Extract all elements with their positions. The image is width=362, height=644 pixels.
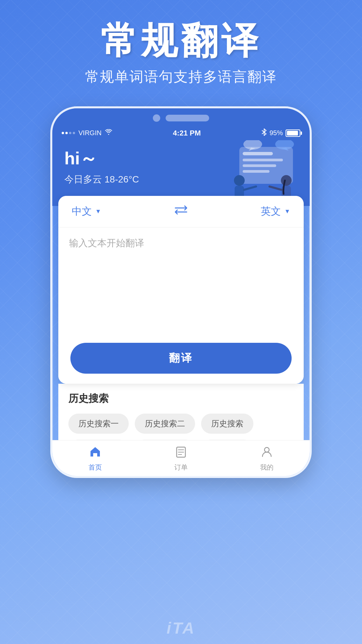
status-left: VIRGIN bbox=[62, 129, 112, 137]
illustration bbox=[219, 140, 306, 204]
wifi-icon bbox=[105, 129, 112, 137]
svg-rect-2 bbox=[243, 159, 283, 161]
svg-rect-4 bbox=[243, 170, 269, 173]
phone-camera bbox=[153, 114, 160, 122]
carrier-label: VIRGIN bbox=[78, 129, 102, 137]
translation-placeholder: 输入文本开始翻译 bbox=[69, 237, 293, 250]
nav-mine[interactable]: 我的 bbox=[224, 446, 310, 472]
signal-dot-4 bbox=[73, 132, 75, 134]
lang-selector: 中文 ▼ 英文 ▼ bbox=[58, 196, 304, 227]
translation-input-area[interactable]: 输入文本开始翻译 bbox=[58, 227, 304, 335]
signal-dots bbox=[62, 132, 75, 134]
history-tag-1[interactable]: 历史搜索二 bbox=[135, 414, 195, 434]
signal-dot-3 bbox=[69, 132, 71, 134]
history-tag-2[interactable]: 历史搜索 bbox=[201, 414, 253, 434]
bottom-nav: 首页 订单 bbox=[52, 440, 310, 476]
brand-label: iTA bbox=[167, 619, 195, 637]
svg-point-12 bbox=[281, 175, 292, 186]
source-lang-arrow: ▼ bbox=[95, 208, 101, 215]
phone-mockup: VIRGIN 4:21 PM 95% bbox=[50, 106, 312, 478]
brand-text: iTA bbox=[167, 619, 195, 637]
status-bar: VIRGIN 4:21 PM 95% bbox=[52, 126, 310, 140]
target-lang-selector[interactable]: 英文 ▼ bbox=[261, 205, 290, 218]
phone-top-bar bbox=[52, 108, 310, 126]
mine-icon bbox=[261, 446, 273, 461]
source-lang-selector[interactable]: 中文 ▼ bbox=[72, 205, 101, 218]
signal-dot-1 bbox=[62, 132, 64, 134]
status-right: 95% bbox=[261, 128, 300, 138]
status-time: 4:21 PM bbox=[173, 129, 201, 138]
svg-rect-3 bbox=[243, 164, 276, 167]
nav-orders-label: 订单 bbox=[174, 463, 188, 472]
history-tags-row-1: 历史搜索一 历史搜索二 历史搜索 bbox=[68, 414, 294, 434]
target-lang-arrow: ▼ bbox=[284, 208, 290, 215]
history-tag-0[interactable]: 历史搜索一 bbox=[68, 414, 129, 434]
translate-btn-area: 翻译 bbox=[58, 335, 304, 384]
phone-speaker bbox=[166, 115, 209, 121]
home-icon bbox=[89, 446, 101, 461]
battery-bar bbox=[286, 129, 300, 137]
nav-orders[interactable]: 订单 bbox=[138, 446, 224, 472]
phone-container: VIRGIN 4:21 PM 95% bbox=[0, 106, 362, 478]
top-section: 常规翻译 常规单词语句支持多语言翻译 bbox=[0, 0, 362, 96]
swap-lang-button[interactable] bbox=[173, 204, 189, 219]
svg-point-19 bbox=[264, 447, 269, 452]
translation-panel: 中文 ▼ 英文 ▼ 输入文本开始翻译 bbox=[58, 196, 304, 384]
history-title: 历史搜索 bbox=[68, 392, 294, 406]
nav-mine-label: 我的 bbox=[260, 463, 274, 472]
svg-rect-1 bbox=[243, 152, 273, 155]
translate-button[interactable]: 翻译 bbox=[70, 343, 292, 374]
svg-line-11 bbox=[244, 186, 256, 190]
bluetooth-icon bbox=[261, 128, 267, 138]
signal-dot-2 bbox=[65, 132, 68, 134]
source-lang-label: 中文 bbox=[72, 205, 92, 218]
svg-point-9 bbox=[234, 175, 245, 186]
nav-home-label: 首页 bbox=[88, 463, 102, 472]
nav-home[interactable]: 首页 bbox=[52, 446, 138, 472]
battery-percent: 95% bbox=[269, 129, 283, 137]
orders-icon bbox=[175, 446, 187, 461]
page-main-title: 常规翻译 bbox=[0, 20, 362, 61]
battery-fill bbox=[287, 131, 298, 136]
target-lang-label: 英文 bbox=[261, 205, 281, 218]
page-subtitle: 常规单词语句支持多语言翻译 bbox=[0, 67, 362, 86]
svg-line-14 bbox=[269, 186, 282, 190]
